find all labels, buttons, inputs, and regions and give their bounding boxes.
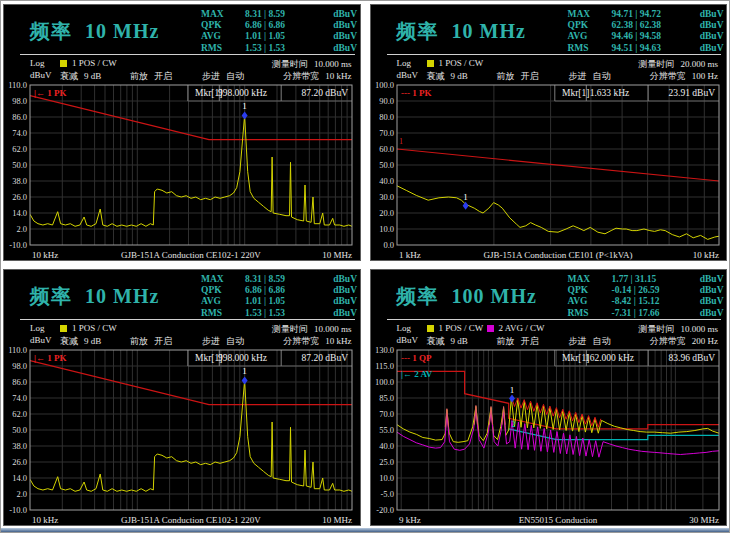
stat-value: -7.31 | 17.66 [612,308,688,319]
preamp-value: 开启 [154,336,172,346]
svg-text:1: 1 [463,192,468,202]
spectrum-plot: 100.090.080.070.060.050.040.030.020.010.… [373,81,725,261]
stat-unit: dBuV [321,43,357,54]
trace1-label: 1 POS / CW [72,58,117,68]
stat-value: 94.51 | 94.63 [612,43,688,54]
trace1-color-swatch [60,325,67,332]
meas-time-value: 20.000 ms [680,59,718,69]
svg-text:1: 1 [509,385,514,395]
svg-text:14.0: 14.0 [12,473,27,483]
header-divider [387,54,722,55]
svg-text:0.0: 0.0 [383,240,394,250]
stat-value: 6.86 | 6.86 [245,285,321,296]
meas-time-label: 测量时间 [272,59,308,69]
stat-unit: dBuV [321,285,357,296]
meas-time-label: 测量时间 [272,324,308,334]
trace1-label: 1 POS / CW [72,323,117,333]
header-divider [387,319,722,320]
stat-row-rms: RMS-7.31 | 17.66dBuV [568,308,724,319]
svg-text:-20.0: -20.0 [376,505,394,515]
header-divider [20,319,355,320]
status-row-1: Log 1 POS / CW 测量时间20.000 ms [371,58,727,70]
svg-text:62.0: 62.0 [12,144,27,154]
scale-label: Log [397,323,412,333]
preamp-value: 开启 [521,71,539,81]
attenuation-value: 9 dB [451,71,468,81]
svg-text:1: 1 [242,101,247,111]
stat-name: RMS [201,308,245,319]
preamp-label: 前放 [130,336,148,346]
rbw-label: 分辨带宽 [650,71,686,81]
svg-text:87.20 dBuV: 87.20 dBuV [302,353,349,363]
svg-text:EN55015 Conduction: EN55015 Conduction [518,515,597,525]
stat-name: RMS [568,43,612,54]
stat-name: AVG [568,31,612,42]
detector-stats-table: MAX1.77 | 31.15dBuV QPK-0.14 | 26.59dBuV… [568,274,724,319]
stat-unit: dBuV [688,43,724,54]
trace1-color-swatch [427,325,434,332]
scale-label: Log [397,58,412,68]
status-row-1: Log 1 POS / CW 测量时间10.000 ms [4,58,360,70]
rbw-value: 10 kHz [325,71,351,81]
spectrum-panel-bottom-right: 频率100 MHz MAX1.77 | 31.15dBuV QPK-0.14 |… [370,269,728,526]
trace1-label: 1 POS / CW [439,323,484,333]
stat-name: RMS [201,43,245,54]
spectrum-panel-top-right: 频率10 MHz MAX94.71 | 94.72dBuV QPK62.38 |… [370,4,728,261]
step-value: 自动 [593,336,611,346]
trace1-color-swatch [60,60,67,67]
trace1-legend: 1 POS / CW [60,323,117,333]
stat-unit: dBuV [321,20,357,31]
svg-text:|← 1 PK: |← 1 PK [34,353,66,363]
step-label: 步进 [569,71,587,81]
trace1-legend: 1 POS / CW [427,58,484,68]
svg-text:-5.0: -5.0 [380,489,393,499]
frequency-title: 频率10 MHz [30,18,159,45]
stat-row-qpk: QPK6.86 | 6.86dBuV [201,285,357,296]
meas-time-value: 10.000 ms [314,59,352,69]
svg-text:Mkr[1]: Mkr[1] [562,88,589,98]
svg-text:86.0: 86.0 [12,112,27,122]
svg-text:115.0: 115.0 [375,361,394,371]
svg-text:20.0: 20.0 [379,208,394,218]
frequency-label: 频率 [397,285,439,307]
stat-unit: dBuV [688,285,724,296]
stat-row-rms: RMS1.53 | 1.53dBuV [201,43,357,54]
amplitude-unit-label: dBuV [397,335,419,345]
svg-text:|← 2 AV: |← 2 AV [401,369,433,379]
svg-text:87.20 dBuV: 87.20 dBuV [302,88,349,98]
rbw-value: 200 Hz [692,336,718,346]
stat-name: RMS [568,308,612,319]
stat-name: QPK [568,20,612,31]
svg-text:23.91 dBuV: 23.91 dBuV [668,88,715,98]
svg-text:1.633 kHz: 1.633 kHz [589,88,629,98]
step-value: 自动 [226,336,244,346]
frequency-label: 频率 [30,20,72,42]
svg-text:40.0: 40.0 [379,441,394,451]
stat-value: 8.31 | 8.59 [245,9,321,20]
stat-unit: dBuV [688,20,724,31]
frequency-value: 10 MHz [85,285,159,307]
svg-text:2: 2 [511,420,515,429]
svg-text:998.000 kHz: 998.000 kHz [218,353,267,363]
stat-row-max: MAX1.77 | 31.15dBuV [568,274,724,285]
step-label: 步进 [569,336,587,346]
svg-text:130.0: 130.0 [374,346,393,355]
stat-row-avg: AVG1.01 | 1.05dBuV [201,296,357,307]
svg-text:10 kHz: 10 kHz [692,250,718,260]
status-row-1: Log 1 POS / CW 2 AVG / CW 测量时间10.000 ms [371,323,727,335]
svg-text:26.0: 26.0 [12,457,27,467]
step-label: 步进 [202,336,220,346]
svg-text:-10.0: -10.0 [9,505,27,515]
stat-unit: dBuV [688,9,724,20]
amplitude-unit-label: dBuV [30,335,52,345]
svg-text:--- 1 PK: --- 1 PK [401,88,432,98]
stat-row-max: MAX94.71 | 94.72dBuV [568,9,724,20]
stat-row-qpk: QPK62.38 | 62.38dBuV [568,20,724,31]
trace1-label: 1 POS / CW [439,58,484,68]
svg-text:10 MHz: 10 MHz [322,250,352,260]
svg-text:50.0: 50.0 [12,160,27,170]
attenuation-label: 衰减 [60,71,78,81]
spectrum-panel-bottom-left: 频率10 MHz MAX8.31 | 8.59dBuV QPK6.86 | 6.… [3,269,361,526]
rbw-value: 10 kHz [325,336,351,346]
rbw-value: 100 Hz [692,71,718,81]
